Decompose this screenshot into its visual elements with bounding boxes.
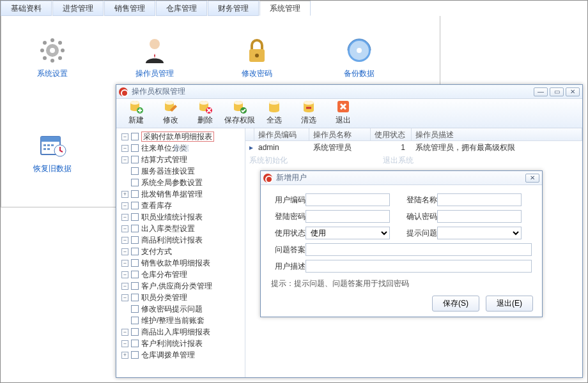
expand-icon[interactable]	[121, 191, 128, 198]
expand-icon[interactable]	[121, 237, 128, 244]
expand-icon[interactable]	[121, 133, 128, 140]
tab-finance[interactable]: 财务管理	[208, 1, 259, 16]
expand-icon[interactable]	[121, 202, 128, 209]
checkbox[interactable]	[131, 294, 139, 301]
confirm-pwd-field[interactable]	[437, 210, 522, 223]
nav-system-settings[interactable]: 系统设置	[1, 35, 104, 79]
checkbox[interactable]	[131, 167, 139, 175]
nav-operator-mgmt[interactable]: 操作员管理	[104, 35, 206, 79]
checkbox[interactable]	[131, 236, 139, 244]
expand-icon[interactable]	[121, 156, 128, 163]
tree-item[interactable]: 客户,供应商分类管理	[121, 280, 245, 292]
dlg-titlebar: 新增用户 ✕	[261, 171, 542, 185]
tree-item[interactable]: 出入库类型设置	[121, 223, 245, 234]
svg-point-33	[234, 101, 243, 105]
close-button[interactable]: ✕	[566, 87, 580, 96]
checkbox[interactable]	[131, 248, 139, 255]
toolbar-db-edit[interactable]: 修改	[153, 99, 188, 126]
tree-item[interactable]: 服务器连接设置	[121, 165, 245, 177]
toolbar-db-all[interactable]: 全选	[257, 99, 291, 126]
tab-warehouse[interactable]: 仓库管理	[156, 1, 207, 16]
tree-item[interactable]: 支付方式	[121, 246, 245, 257]
expand-icon[interactable]	[121, 145, 128, 152]
hint-answer-field[interactable]	[306, 243, 532, 256]
close-button[interactable]: ✕	[525, 174, 539, 183]
checkbox[interactable]	[131, 179, 139, 186]
checkbox[interactable]	[131, 317, 139, 324]
icon-label: 恢复旧数据	[1, 163, 104, 174]
toolbar-exit[interactable]: 退出	[326, 99, 360, 126]
db-clear-icon	[301, 99, 316, 114]
login-name-field[interactable]	[437, 193, 522, 206]
save-button[interactable]: 保存(S)	[432, 296, 479, 312]
nav-backup[interactable]: 备份数据	[308, 35, 410, 79]
tab-sales[interactable]: 销售管理	[104, 1, 155, 16]
login-pwd-field[interactable]	[306, 210, 390, 223]
checkbox[interactable]	[131, 156, 139, 163]
nav-restore-data[interactable]: 恢复旧数据	[1, 130, 104, 174]
gear-icon	[37, 35, 68, 66]
nav-change-pwd[interactable]: 修改密码	[206, 35, 308, 79]
expand-icon[interactable]	[121, 283, 128, 290]
tree-item[interactable]: 客户利润统计报表	[121, 338, 245, 349]
toolbar-db-save[interactable]: 保存权限	[222, 99, 257, 126]
expand-icon[interactable]	[121, 225, 128, 232]
checkbox[interactable]	[131, 133, 139, 140]
tree-item[interactable]: 系统全局参数设置	[121, 177, 245, 188]
toolbar-db-clear[interactable]: 清选	[291, 99, 326, 126]
expand-icon[interactable]	[121, 340, 128, 347]
expand-icon[interactable]	[121, 260, 128, 267]
minimize-button[interactable]: —	[534, 87, 548, 96]
table-row[interactable]: ▸ admin 系统管理员 1 系统管理员，拥有最高级权限	[245, 141, 582, 154]
checkbox[interactable]	[131, 351, 139, 359]
user-desc-field[interactable]	[306, 260, 532, 273]
tab-purchase[interactable]: 进货管理	[52, 1, 104, 16]
tree-item[interactable]: 采购付款单明细报表	[121, 131, 245, 142]
tree-item[interactable]: 维护/整理当前账套	[121, 315, 245, 326]
expand-icon[interactable]	[121, 329, 128, 336]
checkbox[interactable]	[131, 259, 139, 267]
checkbox[interactable]	[131, 225, 139, 232]
label-login-name: 登陆名称	[401, 195, 437, 206]
expand-icon[interactable]	[121, 271, 128, 278]
tree-item[interactable]: 职员业绩统计报表	[121, 211, 245, 223]
tab-system[interactable]: 系统管理	[259, 1, 311, 16]
tree-item[interactable]: 仓库调拨单管理	[121, 349, 245, 361]
tree-item[interactable]: 结算方式管理	[121, 154, 245, 165]
checkbox[interactable]	[131, 213, 139, 221]
toolbar-db-plus[interactable]: 新建	[119, 99, 153, 126]
tree-item[interactable]: 仓库分布管理	[121, 269, 245, 280]
checkbox[interactable]	[131, 282, 139, 290]
toolbar-db-del[interactable]: 删除	[188, 99, 222, 126]
use-state-select[interactable]: 使用	[306, 227, 390, 239]
tab-basic-info[interactable]: 基础资料	[1, 1, 52, 16]
checkbox[interactable]	[131, 305, 139, 313]
user-code-field[interactable]	[306, 193, 390, 206]
tree-item[interactable]: 销售收款单明细报表	[121, 257, 245, 269]
expand-icon[interactable]	[121, 214, 128, 221]
expand-icon[interactable]	[121, 248, 128, 255]
checkbox[interactable]	[131, 202, 139, 209]
col-code[interactable]: 操作员编码	[254, 128, 309, 140]
checkbox[interactable]	[131, 190, 139, 198]
tree-item[interactable]: 查看库存	[121, 200, 245, 211]
checkbox[interactable]	[131, 340, 139, 347]
col-name[interactable]: 操作员名称	[309, 128, 371, 140]
col-desc[interactable]: 操作员描述	[412, 128, 582, 140]
tree-item[interactable]: 批发销售单据管理	[121, 188, 245, 200]
permission-tree[interactable]: 采购付款单明细报表往来单位分类数据结算方式管理服务器连接设置系统全局参数设置批发…	[116, 128, 245, 377]
checkbox[interactable]	[131, 328, 139, 336]
expand-icon[interactable]	[121, 352, 128, 359]
col-status[interactable]: 使用状态	[371, 128, 412, 140]
tree-item[interactable]: 商品出入库明细报表	[121, 326, 245, 338]
checkbox[interactable]	[131, 144, 139, 152]
tree-item[interactable]: 往来单位分类数据	[121, 142, 245, 154]
tree-item[interactable]: 商品利润统计报表	[121, 234, 245, 246]
maximize-button[interactable]: ▭	[550, 87, 564, 96]
hint-question-select[interactable]	[437, 227, 522, 239]
checkbox[interactable]	[131, 271, 139, 278]
tree-item[interactable]: 修改密码提示问题	[121, 303, 245, 315]
expand-icon[interactable]	[121, 294, 128, 301]
tree-item[interactable]: 职员分类管理	[121, 292, 245, 303]
exit-button[interactable]: 退出(E)	[486, 296, 533, 312]
